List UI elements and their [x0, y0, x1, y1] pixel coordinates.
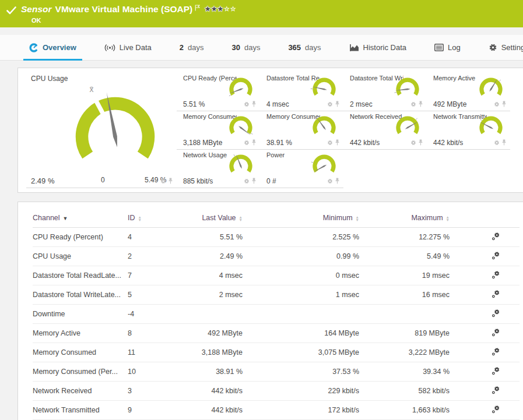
sort-both-icon: ▲▼ [239, 216, 243, 221]
gauge-value: 885 kbit/s [183, 177, 213, 185]
star-filled-icon[interactable]: ★ [211, 5, 217, 12]
tab-2-days[interactable]: 2days [173, 35, 211, 60]
table-row-network-transmitted: Network Transmitted9442 kbit/s172 kbit/s… [33, 401, 520, 420]
cell-minimum: 37.53 % [243, 362, 359, 382]
gauge-pin-icon[interactable] [418, 99, 423, 110]
channel-settings-icon[interactable] [492, 270, 500, 279]
star-filled-icon[interactable]: ★ [205, 5, 211, 12]
gauge-pin-icon[interactable] [168, 176, 173, 186]
column-label: Minimum [323, 214, 353, 222]
sort-desc-icon: ▼ [63, 216, 68, 221]
channel-settings-icon[interactable] [492, 347, 500, 356]
cpu-usage-gauge: x̄ [61, 81, 169, 173]
cell-last-value: 4 msec [177, 266, 243, 285]
gauge-actions[interactable] [494, 99, 507, 110]
tab-live-data[interactable]: Live Data [97, 35, 159, 60]
table-row-network-received: Network Received3442 kbit/s229 kbit/s582… [33, 382, 520, 401]
table-row-cpu-usage: CPU Usage22.49 %0.99 %5.49 % [33, 247, 520, 266]
gauge-gear-icon[interactable] [327, 99, 333, 110]
gauge-actions[interactable] [494, 137, 507, 148]
column-header-channel[interactable]: Channel▼ [33, 208, 128, 228]
tab-30-days[interactable]: 30days [224, 35, 267, 60]
tab-bar: OverviewLive Data2days30days365daysHisto… [0, 35, 523, 61]
channels-table: Channel▼ID▲▼Last Value▲▼Minimum▲▼Maximum… [33, 208, 520, 420]
cell-channel: Downtime [33, 305, 128, 324]
sort-both-icon: ▲▼ [446, 216, 450, 221]
gauge-pin-icon[interactable] [251, 137, 257, 148]
gauge-icon [29, 43, 38, 52]
gauge-actions[interactable] [327, 176, 340, 186]
tab-settings[interactable]: Settings [482, 35, 523, 60]
gauge-actions[interactable] [410, 99, 423, 110]
star-empty-icon[interactable]: ☆ [230, 5, 237, 12]
gauge-actions[interactable] [244, 137, 257, 148]
gauge-gear-icon[interactable] [244, 176, 250, 186]
tab-historic-data[interactable]: Historic Data [342, 35, 413, 60]
gauge-value: 4 msec [266, 100, 289, 108]
gauge-value: 5.51 % [183, 100, 205, 108]
gauge-gear-icon[interactable] [244, 99, 250, 110]
priority-stars[interactable]: ★★★☆☆ [205, 3, 236, 14]
primary-gauge-actions[interactable] [160, 176, 173, 186]
gauge-pin-icon[interactable] [501, 99, 507, 110]
channel-settings-icon[interactable] [492, 309, 500, 317]
gauge-actions[interactable] [327, 137, 340, 148]
primary-gauge-value: 2.49 % [31, 177, 54, 185]
cell-channel: Datastore Total ReadLate... [33, 266, 128, 285]
gauge-actions[interactable] [327, 99, 340, 110]
cell-actions [450, 362, 520, 382]
sort-both-icon: ▲▼ [138, 216, 142, 221]
column-header-id[interactable]: ID▲▼ [128, 208, 177, 228]
channel-settings-icon[interactable] [492, 405, 500, 414]
channel-settings-icon[interactable] [492, 251, 500, 260]
column-header-minimum[interactable]: Minimum▲▼ [243, 208, 359, 228]
tab-log[interactable]: Log [427, 35, 468, 60]
flag-icon[interactable] [195, 3, 200, 13]
star-empty-icon[interactable]: ☆ [224, 5, 230, 12]
gauge-pin-icon[interactable] [418, 137, 423, 148]
table-row-datastore-total-writelate: Datastore Total WriteLate...52 msec1 mse… [33, 285, 520, 305]
gauge-gear-icon[interactable] [410, 137, 416, 148]
tab-number: 2 [180, 43, 184, 52]
gauge-gear-icon[interactable] [494, 99, 500, 110]
tab-overview[interactable]: Overview [22, 35, 83, 60]
gauge-gear-icon[interactable] [244, 137, 250, 148]
gauge-actions[interactable] [244, 99, 257, 110]
gauge-pin-icon[interactable] [251, 99, 257, 110]
tab-label: days [305, 43, 321, 52]
cell-channel: CPU Ready (Percent) [33, 228, 128, 247]
svg-text:x̄: x̄ [90, 84, 94, 94]
cell-id: 3 [128, 382, 177, 401]
content-area: CPU Usage x̄ 2.49 % 0 5.49 % CPU Ready (… [0, 61, 523, 420]
channel-settings-icon[interactable] [492, 328, 500, 337]
log-icon [434, 44, 444, 51]
cell-actions [450, 305, 520, 324]
gauge-cell-cpu-ready-percent: CPU Ready (Percent)5.51 % [177, 73, 260, 111]
gauge-actions[interactable] [410, 137, 423, 148]
cell-last-value: 5.51 % [177, 228, 243, 247]
tab-365-days[interactable]: 365days [281, 35, 328, 60]
gauge-gear-icon[interactable] [410, 99, 416, 110]
channel-settings-icon[interactable] [492, 386, 500, 394]
gauge-pin-icon[interactable] [335, 176, 340, 186]
gauge-pin-icon[interactable] [335, 99, 340, 110]
channel-settings-icon[interactable] [492, 232, 500, 241]
gauge-value: 38.91 % [266, 139, 292, 147]
channel-settings-icon[interactable] [492, 290, 500, 298]
gauge-gear-icon[interactable] [494, 137, 500, 148]
star-filled-icon[interactable]: ★ [217, 5, 224, 12]
gauge-pin-icon[interactable] [501, 137, 507, 148]
tab-label: Overview [43, 43, 76, 52]
channel-settings-icon[interactable] [492, 366, 500, 375]
gauge-gear-icon[interactable] [327, 176, 333, 186]
column-header-last-value[interactable]: Last Value▲▼ [177, 208, 243, 228]
cell-actions [450, 228, 520, 247]
prtg-sensor-page: { "colors": { "brand_green": "#b2c818", … [0, 0, 523, 420]
column-header-maximum[interactable]: Maximum▲▼ [359, 208, 450, 228]
gauge-gear-icon[interactable] [160, 176, 166, 186]
gauge-actions[interactable] [244, 176, 257, 186]
gauge-pin-icon[interactable] [251, 176, 257, 186]
primary-gauge-cell: CPU Usage x̄ 2.49 % 0 5.49 % [26, 73, 177, 188]
gauge-pin-icon[interactable] [335, 137, 340, 148]
gauge-gear-icon[interactable] [327, 137, 333, 148]
